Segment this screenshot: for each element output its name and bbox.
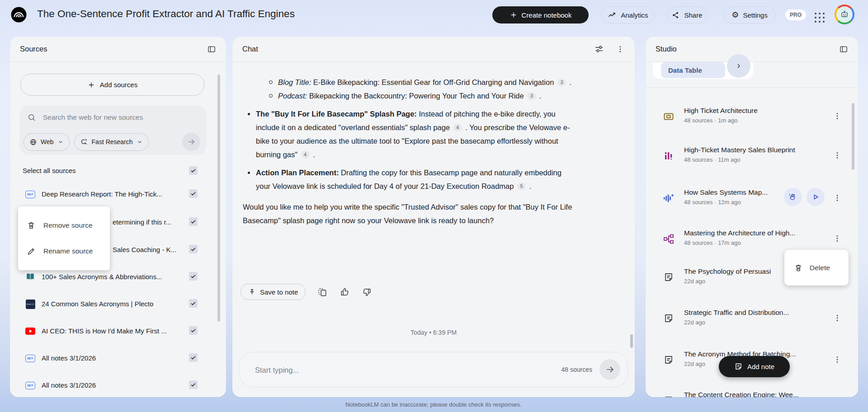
audio-overview-icon <box>663 193 675 204</box>
citation-chip[interactable]: 4 <box>301 151 310 159</box>
chat-title: Chat <box>242 45 258 53</box>
chat-text-input[interactable] <box>254 352 473 388</box>
chat-header: Chat <box>232 37 635 62</box>
select-all-checkbox[interactable] <box>189 166 198 175</box>
item-more-menu-icon[interactable] <box>833 151 842 160</box>
studio-item-subtitle: 48 sources · 17m ago <box>684 239 741 246</box>
source-list-item[interactable]: PLECTO24 Common Sales Acronyms | Plecto <box>10 298 226 310</box>
plecto-favicon: PLECTO <box>26 300 35 309</box>
chevron-down-icon <box>137 139 143 145</box>
studio-list-item[interactable]: Strategic Traffic and Distribution...22d… <box>646 308 858 330</box>
chat-input-box: 48 sources <box>239 352 628 387</box>
item-more-menu-icon[interactable] <box>833 234 842 243</box>
thumbs-up-icon[interactable] <box>340 287 350 297</box>
account-avatar[interactable] <box>835 5 854 24</box>
top-bar: The One-Sentence Profit Extractor and AI… <box>0 0 868 30</box>
analytics-button[interactable]: Analytics <box>601 6 655 23</box>
copy-icon[interactable] <box>317 287 328 297</box>
submit-search-button[interactable] <box>182 133 200 151</box>
interactive-mode-button[interactable] <box>784 188 802 206</box>
item-more-menu-icon[interactable] <box>833 314 842 323</box>
studio-list-item[interactable]: How Sales Systems Map...48 sources · 12m… <box>646 188 858 210</box>
citation-chip[interactable]: 3 <box>557 79 566 86</box>
youtube-icon <box>25 328 35 335</box>
source-checkbox[interactable] <box>189 299 198 308</box>
search-sources-input[interactable] <box>42 113 198 122</box>
plus-icon <box>509 11 518 19</box>
source-list-item[interactable]: m+All notes 3/1/2026 <box>10 352 226 364</box>
studio-item-subtitle: 48 sources · 12m ago <box>684 199 741 206</box>
chat-panel: Chat Blog Title: E-Bike Bikepacking: Ess… <box>232 37 635 397</box>
create-notebook-button[interactable]: Create notebook <box>492 6 589 23</box>
studio-context-menu[interactable]: Delete <box>784 250 849 286</box>
source-checkbox[interactable] <box>189 217 198 226</box>
settings-button[interactable]: ⚙ Settings <box>723 6 776 23</box>
source-checkbox[interactable] <box>189 380 198 389</box>
source-checkbox[interactable] <box>189 353 198 362</box>
item-more-menu-icon[interactable] <box>833 193 842 202</box>
disclaimer-text: NotebookLM can be inaccurate; please dou… <box>232 401 635 408</box>
studio-item-subtitle: 22d ago <box>684 278 705 285</box>
item-more-menu-icon[interactable] <box>833 396 842 397</box>
search-icon <box>27 113 36 122</box>
chat-more-menu-icon[interactable] <box>616 45 625 54</box>
delete-menu-item[interactable]: Delete <box>810 264 830 272</box>
save-to-note-button[interactable]: Save to note <box>241 284 306 300</box>
studio-scrollbar[interactable] <box>852 103 854 170</box>
book-icon <box>25 272 35 282</box>
item-more-menu-icon[interactable] <box>833 112 842 121</box>
notebook-title[interactable]: The One-Sentence Profit Extractor and AI… <box>37 8 295 20</box>
studio-list-item[interactable]: High-Ticket Mastery Sales Blueprint48 so… <box>646 145 858 167</box>
notebooklm-note-icon: m+ <box>25 355 35 362</box>
trash-icon <box>793 263 803 273</box>
collapse-panel-icon[interactable] <box>207 45 216 54</box>
add-sources-button[interactable]: Add sources <box>20 74 204 96</box>
data-table-chip[interactable]: Data Table <box>661 62 725 78</box>
source-checkbox[interactable] <box>189 326 198 335</box>
source-list-item[interactable]: m+Deep Research Report: The High-Tick... <box>10 188 226 200</box>
pencil-icon <box>26 246 36 256</box>
web-scope-dropdown[interactable]: Web <box>24 133 70 151</box>
source-checkbox[interactable] <box>189 272 198 281</box>
studio-item-title: High-Ticket Mastery Sales Blueprint <box>684 146 795 154</box>
citation-chip[interactable]: 3 <box>527 92 536 100</box>
research-mode-dropdown[interactable]: Fast Research <box>74 133 149 151</box>
notebooklm-logo-icon[interactable] <box>11 7 27 23</box>
source-list-item[interactable]: 100+ Sales Acronyms & Abbreviations... <box>10 271 226 283</box>
add-note-button[interactable]: Add note <box>719 356 790 377</box>
studio-item-subtitle: 22d ago <box>684 319 705 326</box>
sources-panel: Sources Add sources Web Fast Research <box>10 37 226 397</box>
share-button[interactable]: Share <box>667 6 707 23</box>
send-button[interactable] <box>599 359 620 380</box>
pro-badge: PRO <box>785 9 806 20</box>
citation-chip[interactable]: 4 <box>453 124 462 131</box>
citation-chip[interactable]: 5 <box>517 183 526 190</box>
chat-message-sub-bullet: Blog Title: E-Bike Bikepacking: Essentia… <box>243 75 575 89</box>
studio-list-item[interactable]: High Ticket Architecture48 sources · 1m … <box>646 106 858 128</box>
source-list-item[interactable]: AI CEO: THIS is How I'd Make My First ..… <box>10 325 226 337</box>
studio-title: Studio <box>656 45 677 53</box>
source-checkbox[interactable] <box>189 245 198 253</box>
studio-header: Studio <box>646 37 858 62</box>
google-apps-grid-icon[interactable] <box>813 11 826 24</box>
source-list-item[interactable]: m+All notes 3/1/2026 <box>10 379 226 391</box>
studio-list-item[interactable]: The Content Creation Engine: Wee... <box>646 390 858 397</box>
expand-chevron-icon[interactable] <box>727 54 750 78</box>
item-more-menu-icon[interactable] <box>833 355 842 364</box>
studio-item-subtitle: 22d ago <box>684 360 705 367</box>
remove-source-menu-item[interactable]: Remove source <box>18 212 110 238</box>
studio-list-item[interactable]: Mastering the Architecture of High...48 … <box>646 229 858 250</box>
thumbs-down-icon[interactable] <box>362 287 372 297</box>
chat-settings-icon[interactable] <box>594 44 604 54</box>
play-audio-button[interactable] <box>807 188 825 206</box>
sparkle-search-icon <box>80 138 88 146</box>
sources-scrollbar[interactable] <box>217 75 220 322</box>
select-all-label: Select all sources <box>23 167 76 174</box>
collapse-panel-icon[interactable] <box>839 45 848 54</box>
source-checkbox[interactable] <box>189 189 198 198</box>
rename-source-menu-item[interactable]: Rename source <box>18 238 110 264</box>
notebooklm-note-icon: m+ <box>25 382 35 389</box>
chat-messages: Blog Title: E-Bike Bikepacking: Essentia… <box>243 75 575 227</box>
note-icon <box>663 395 674 397</box>
chat-scrollbar[interactable] <box>630 334 633 348</box>
